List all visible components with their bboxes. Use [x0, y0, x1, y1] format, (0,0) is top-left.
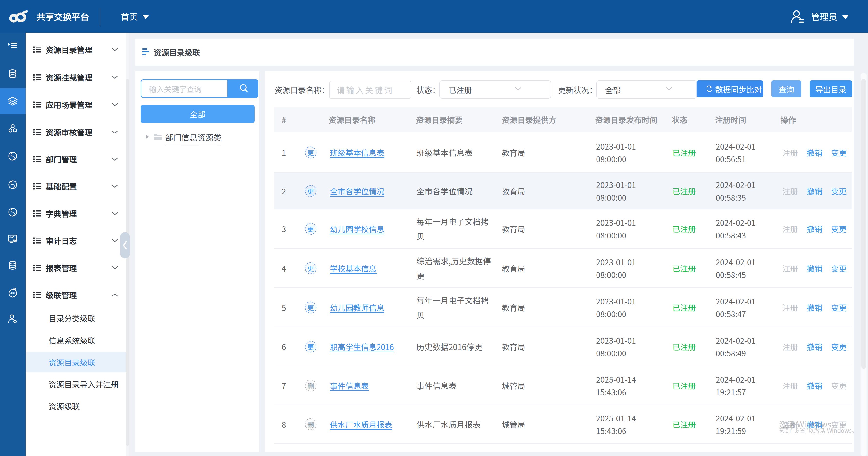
svg-text:API: API	[10, 291, 15, 295]
